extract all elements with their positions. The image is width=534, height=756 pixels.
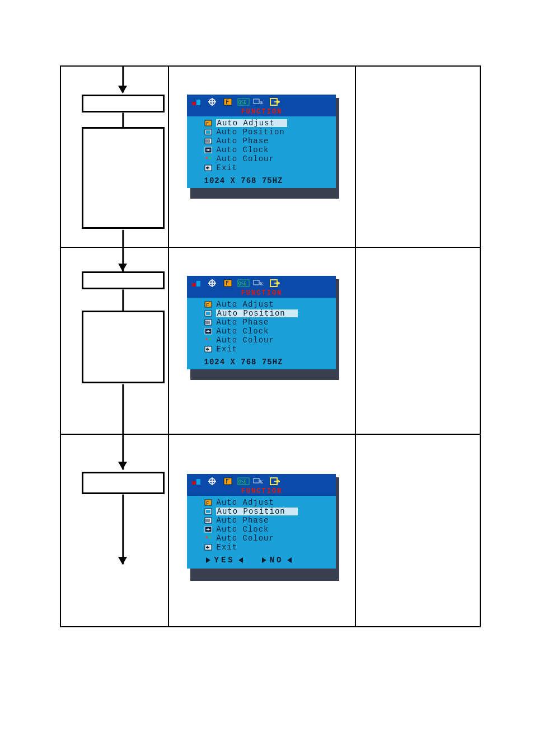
svg-rect-4 [196,100,200,105]
osd-panel: F OSD % FUNCTION F Auto Adjust Auto Posi… [187,276,336,369]
auto-adjust-icon: F [204,119,213,127]
tab-misc-icon[interactable]: % [253,97,265,107]
confirm-yes[interactable]: YES [206,556,242,564]
tab-exit-icon[interactable] [269,278,281,288]
osd-title-row: FUNCTION [187,289,336,298]
triangle-right-icon [206,557,210,563]
tab-misc-icon[interactable]: % [253,476,265,486]
svg-rect-12 [254,99,259,104]
osd-menu: F OSD % FUNCTION F Auto Adjust Auto Posi… [187,95,336,188]
menu-item-label: Auto Phase [216,318,269,326]
menu-item-auto-clock[interactable]: Auto Clock [204,327,330,336]
menu-item-auto-adjust[interactable]: F Auto Adjust [204,119,330,128]
menu-item-label: Auto Adjust [216,300,274,308]
menu-item-auto-adjust[interactable]: F Auto Adjust [204,498,330,507]
flow-large-box [82,311,165,383]
osd-cell-3: F OSD % FUNCTION F Auto Adjust Auto Posi… [168,434,355,627]
empty-cell-1 [355,66,480,247]
menu-item-auto-colour[interactable]: Auto Colour [204,534,330,543]
svg-text:F: F [206,121,209,126]
menu-item-label: Auto Clock [216,327,269,335]
svg-rect-20 [206,130,210,134]
svg-text:F: F [226,99,229,105]
arrow-down-icon [118,462,127,469]
svg-text:OSD: OSD [238,100,247,105]
menu-item-auto-colour[interactable]: Auto Colour [204,336,330,345]
confirm-no[interactable]: NO [262,556,292,564]
menu-item-auto-clock[interactable]: Auto Clock [204,145,330,154]
tab-brightness-icon[interactable] [190,97,203,107]
svg-rect-49 [254,280,259,285]
menu-item-auto-adjust[interactable]: F Auto Adjust [204,300,330,309]
menu-item-exit[interactable]: Exit [204,345,330,354]
osd-confirm-row: YES NO [187,554,336,569]
auto-position-icon [204,309,213,317]
tab-function-icon[interactable]: F [222,476,234,486]
menu-item-auto-phase[interactable]: Auto Phase [204,516,330,525]
auto-phase-icon [204,516,213,524]
svg-point-70 [207,341,209,343]
menu-item-auto-position[interactable]: Auto Position [204,309,330,318]
menu-item-label: Auto Adjust [216,499,274,506]
svg-rect-76 [192,481,196,485]
auto-clock-icon [204,327,213,335]
empty-cell-3 [355,434,480,627]
auto-adjust-icon: F [204,499,213,506]
tab-function-icon[interactable]: F [222,97,234,107]
arrow-down-icon [118,264,127,271]
tab-brightness-icon[interactable] [190,476,203,486]
tab-position-icon[interactable] [206,476,218,486]
exit-icon [204,345,213,353]
tab-brightness-icon[interactable] [190,278,203,288]
auto-clock-icon [204,525,213,533]
auto-colour-icon [204,336,213,344]
exit-icon [204,543,213,551]
auto-phase-icon [204,137,213,145]
flow-step-box [82,271,165,289]
menu-item-label: Auto Colour [216,155,274,163]
osd-menu: F OSD % FUNCTION F Auto Adjust Auto Posi… [187,474,336,569]
svg-text:F: F [206,303,209,308]
flow-arrows-3 [61,435,168,626]
tab-exit-icon[interactable] [269,97,281,107]
menu-item-auto-colour[interactable]: Auto Colour [204,154,330,163]
menu-item-label: Auto Colour [216,336,274,344]
svg-point-33 [207,159,209,162]
menu-item-auto-position[interactable]: Auto Position [204,128,330,137]
tab-osd-icon[interactable]: OSD [237,97,250,107]
tab-osd-icon[interactable]: OSD [237,476,250,486]
svg-point-68 [205,338,208,340]
auto-clock-icon [204,146,213,154]
menu-item-auto-phase[interactable]: Auto Phase [204,137,330,145]
svg-point-32 [209,157,211,159]
osd-cell-2: F OSD % FUNCTION F Auto Adjust Auto Posi… [168,247,355,434]
svg-text:F: F [226,478,229,485]
osd-status-line: 1024 X 768 75HZ [187,175,336,188]
triangle-right-icon [262,557,266,563]
svg-text:%: % [260,100,263,106]
menu-item-auto-clock[interactable]: Auto Clock [204,525,330,534]
auto-position-icon [204,508,213,515]
menu-item-exit[interactable]: Exit [204,163,330,172]
menu-item-label: Auto Phase [216,516,269,524]
svg-text:F: F [206,501,209,506]
tab-position-icon[interactable] [206,97,218,107]
menu-item-label: Auto Position [216,128,284,136]
osd-menu: F OSD % FUNCTION F Auto Adjust Auto Posi… [187,276,336,369]
menu-item-auto-phase[interactable]: Auto Phase [204,318,330,327]
menu-item-auto-position[interactable]: Auto Position [204,507,330,516]
svg-point-69 [209,338,211,340]
svg-text:%: % [260,480,263,485]
menu-item-exit[interactable]: Exit [204,543,330,552]
svg-text:%: % [260,281,263,287]
tab-osd-icon[interactable]: OSD [237,278,250,288]
menu-item-label: Auto Phase [216,137,269,145]
menu-item-label: Auto Colour [216,534,274,542]
tab-function-icon[interactable]: F [222,278,234,288]
svg-rect-77 [196,479,200,485]
tab-misc-icon[interactable]: % [253,278,265,288]
tab-position-icon[interactable] [206,278,218,288]
osd-item-list: F Auto Adjust Auto Position Auto Phase A… [187,116,336,175]
tab-exit-icon[interactable] [269,476,281,486]
menu-item-label: Exit [216,543,237,551]
